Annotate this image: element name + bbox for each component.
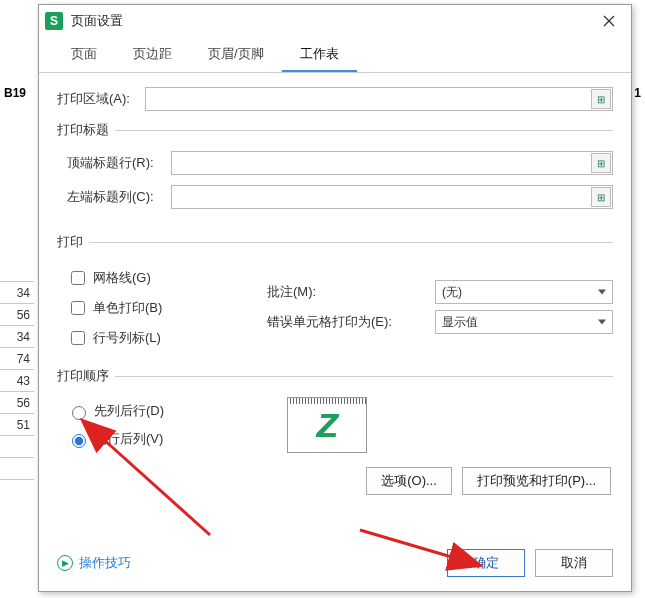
chevron-down-icon [598,290,606,295]
cell-reference: B19 [4,86,26,100]
tips-label: 操作技巧 [79,554,131,572]
z-order-icon: Z [317,406,338,445]
row-header: 51 [0,414,34,436]
titlebar: S 页面设置 [39,5,631,37]
errors-value: 显示值 [442,314,478,331]
range-picker-button[interactable]: ⊞ [591,187,611,207]
gridlines-checkbox-row[interactable]: 网格线(G) [67,263,267,293]
print-legend: 打印 [57,233,89,251]
tips-link[interactable]: ▶ 操作技巧 [57,554,447,572]
gridlines-checkbox[interactable] [71,271,85,285]
range-picker-icon: ⊞ [597,192,605,203]
app-icon: S [45,12,63,30]
rows-repeat-input[interactable] [171,151,613,175]
bw-checkbox-row[interactable]: 单色打印(B) [67,293,267,323]
over-then-down-radio-row[interactable]: 先行后列(V) [67,425,267,453]
down-then-over-label: 先列后行(D) [94,402,164,420]
row-header: 56 [0,304,34,326]
comments-label: 批注(M): [267,283,435,301]
row-header: 74 [0,348,34,370]
rows-repeat-label: 顶端标题行(R): [67,154,171,172]
tab-header-footer[interactable]: 页眉/页脚 [190,37,282,72]
tab-strip: 页面 页边距 页眉/页脚 工作表 [39,37,631,73]
print-titles-group: 打印标题 顶端标题行(R): ⊞ 左端标题列(C): ⊞ [57,121,613,219]
range-picker-icon: ⊞ [597,158,605,169]
cols-repeat-label: 左端标题列(C): [67,188,171,206]
row-header: 34 [0,282,34,304]
dialog-title: 页面设置 [71,12,587,30]
tab-sheet[interactable]: 工作表 [282,37,357,72]
row-header: 43 [0,370,34,392]
options-button[interactable]: 选项(O)... [366,467,452,495]
row-header [0,436,34,458]
range-picker-button[interactable]: ⊞ [591,153,611,173]
gridlines-label: 网格线(G) [93,269,151,287]
errors-select[interactable]: 显示值 [435,310,613,334]
rowcolhdr-checkbox[interactable] [71,331,85,345]
page-order-group: 打印顺序 先列后行(D) 先行后列(V) Z [57,367,613,453]
cols-repeat-input[interactable] [171,185,613,209]
print-preview-button[interactable]: 打印预览和打印(P)... [462,467,611,495]
row-headers: 34 56 34 74 43 56 51 [0,260,34,480]
close-button[interactable] [587,5,631,37]
page-order-diagram: Z [287,397,367,453]
print-group: 打印 网格线(G) 单色打印(B) 行号列标(L) [57,233,613,353]
comments-value: (无) [442,284,462,301]
play-icon: ▶ [57,555,73,571]
row-header [0,260,34,282]
comments-select[interactable]: (无) [435,280,613,304]
print-area-input[interactable] [145,87,613,111]
over-then-down-label: 先行后列(V) [94,430,163,448]
down-then-over-radio-row[interactable]: 先列后行(D) [67,397,267,425]
rowcolhdr-label: 行号列标(L) [93,329,161,347]
page-order-legend: 打印顺序 [57,367,115,385]
row-header: 34 [0,326,34,348]
row-header [0,458,34,480]
range-picker-icon: ⊞ [597,94,605,105]
page-setup-dialog: S 页面设置 页面 页边距 页眉/页脚 工作表 打印区域(A): ⊞ 打印标题 [38,4,632,592]
close-icon [603,15,615,27]
tab-page[interactable]: 页面 [53,37,115,72]
bg-number: 1 [634,86,641,100]
bw-checkbox[interactable] [71,301,85,315]
print-titles-legend: 打印标题 [57,121,115,139]
rowcolhdr-checkbox-row[interactable]: 行号列标(L) [67,323,267,353]
chevron-down-icon [598,320,606,325]
over-then-down-radio[interactable] [72,434,86,448]
cancel-button[interactable]: 取消 [535,549,613,577]
print-area-label: 打印区域(A): [57,90,145,108]
down-then-over-radio[interactable] [72,406,86,420]
bw-label: 单色打印(B) [93,299,162,317]
row-header: 56 [0,392,34,414]
errors-label: 错误单元格打印为(E): [267,313,435,331]
ok-button[interactable]: 确定 [447,549,525,577]
tab-margins[interactable]: 页边距 [115,37,190,72]
range-picker-button[interactable]: ⊞ [591,89,611,109]
